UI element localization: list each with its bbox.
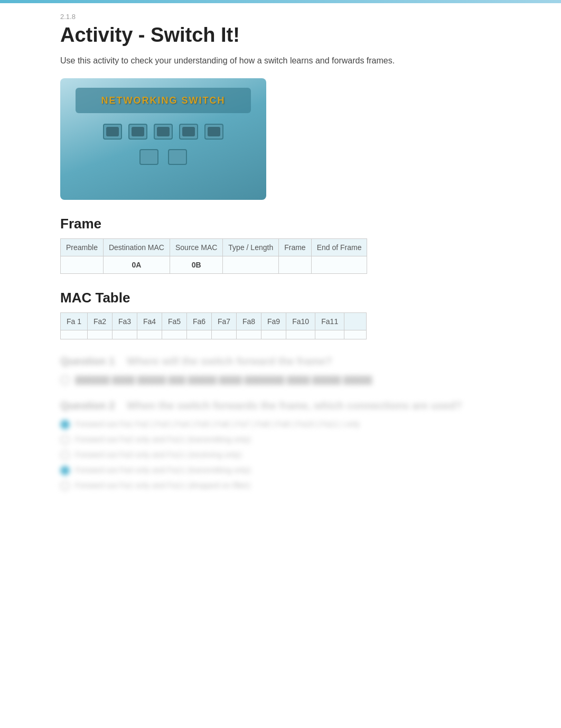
port-3 — [154, 124, 173, 140]
cell-frame — [279, 256, 311, 274]
mac-cell-fa6 — [187, 330, 212, 339]
mac-cell-fa11 — [315, 330, 344, 339]
question2-option-2-text: Forward out Fa2 only and Fa11 (transmitt… — [75, 435, 251, 444]
cell-src-mac: 0B — [170, 256, 222, 274]
question1-text: Where will the switch forward the frame? — [127, 355, 332, 367]
mac-table-heading: MAC Table — [60, 290, 561, 306]
question2-option-3[interactable]: Forward out Fa3 only and Fa11 (receiving… — [60, 450, 472, 460]
mac-table-container: Fa 1 Fa2 Fa3 Fa4 Fa5 Fa6 Fa7 Fa8 Fa9 Fa1… — [60, 312, 367, 339]
question1-label: Question 1 — [60, 355, 115, 367]
mac-cell-fa4 — [137, 330, 162, 339]
frame-section-heading: Frame — [60, 216, 561, 232]
mac-cell-fa8 — [237, 330, 261, 339]
mac-col-fa4: Fa4 — [137, 313, 162, 330]
col-dest-mac: Destination MAC — [103, 239, 170, 256]
question2-option-1-text: Forward out Fa1 Fa2 | Fa3 | Fa4 | Fa5 | … — [75, 419, 360, 428]
question2-option-4-text: Forward out Fa4 only and Fa11 (transmitt… — [75, 465, 251, 474]
mac-col-fa8: Fa8 — [237, 313, 261, 330]
page-title: Activity - Switch It! — [60, 24, 561, 47]
mac-col-fa6: Fa6 — [187, 313, 212, 330]
question2-option-5-text: Forward out Fa1 only and Fa11 (dropped o… — [75, 481, 250, 490]
switch-body: NETWORKING SWITCH — [76, 88, 251, 113]
mac-cell-fa1 — [61, 330, 88, 339]
cell-end-of-frame — [311, 256, 367, 274]
mac-cell-fa3 — [113, 330, 137, 339]
switch-label: NETWORKING SWITCH — [101, 95, 226, 106]
mac-col-extra — [344, 313, 367, 330]
col-frame: Frame — [279, 239, 311, 256]
mac-cell-extra — [344, 330, 367, 339]
radio-q2-1[interactable] — [60, 420, 70, 429]
radio-q2-4[interactable] — [60, 466, 70, 475]
switch-ports-top — [103, 124, 223, 140]
question2-section: Question 2 When the switch forwards the … — [60, 400, 472, 491]
mac-cell-fa10 — [286, 330, 315, 339]
question1-options: ▓▓▓▓▓▓ ▓▓▓▓ ▓▓▓▓▓ ▓▓▓ ▓▓▓▓▓ ▓▓▓▓ ▓▓▓▓▓▓▓… — [60, 375, 472, 385]
frame-table-data-row: 0A 0B — [61, 256, 367, 274]
mac-cell-fa2 — [88, 330, 113, 339]
radio-1[interactable] — [60, 375, 70, 385]
col-src-mac: Source MAC — [170, 239, 222, 256]
question1-option-row: ▓▓▓▓▓▓ ▓▓▓▓ ▓▓▓▓▓ ▓▓▓ ▓▓▓▓▓ ▓▓▓▓ ▓▓▓▓▓▓▓… — [60, 375, 472, 385]
col-preamble: Preamble — [61, 239, 104, 256]
question2-options: Forward out Fa1 Fa2 | Fa3 | Fa4 | Fa5 | … — [60, 419, 472, 491]
section-number: 2.1.8 — [60, 13, 561, 21]
col-end-of-frame: End of Frame — [311, 239, 367, 256]
port-7 — [168, 149, 187, 165]
port-2 — [128, 124, 147, 140]
question2-option-2[interactable]: Forward out Fa2 only and Fa11 (transmitt… — [60, 435, 472, 445]
question2-label: Question 2 — [60, 400, 115, 411]
radio-q2-5[interactable] — [60, 481, 70, 491]
mac-col-fa5: Fa5 — [162, 313, 187, 330]
mac-col-fa3: Fa3 — [113, 313, 137, 330]
switch-illustration: NETWORKING SWITCH — [60, 78, 266, 200]
mac-col-fa7: Fa7 — [212, 313, 237, 330]
mac-table-data-row — [61, 330, 367, 339]
radio-q2-3[interactable] — [60, 450, 70, 460]
radio-q2-2[interactable] — [60, 435, 70, 445]
port-5 — [204, 124, 223, 140]
mac-table-header-row: Fa 1 Fa2 Fa3 Fa4 Fa5 Fa6 Fa7 Fa8 Fa9 Fa1… — [61, 313, 367, 330]
description: Use this activity to check your understa… — [60, 56, 493, 66]
col-type-length: Type / Length — [223, 239, 279, 256]
port-6 — [139, 149, 158, 165]
cell-preamble — [61, 256, 104, 274]
frame-table-container: Preamble Destination MAC Source MAC Type… — [60, 238, 367, 274]
question2-option-5[interactable]: Forward out Fa1 only and Fa11 (dropped o… — [60, 481, 472, 491]
port-1 — [103, 124, 122, 140]
frame-table-header-row: Preamble Destination MAC Source MAC Type… — [61, 239, 367, 256]
mac-table: Fa 1 Fa2 Fa3 Fa4 Fa5 Fa6 Fa7 Fa8 Fa9 Fa1… — [60, 312, 367, 339]
mac-col-fa9: Fa9 — [261, 313, 286, 330]
question2-option-1[interactable]: Forward out Fa1 Fa2 | Fa3 | Fa4 | Fa5 | … — [60, 419, 472, 429]
cell-dest-mac: 0A — [103, 256, 170, 274]
mac-col-fa11: Fa11 — [315, 313, 344, 330]
mac-col-fa10: Fa10 — [286, 313, 315, 330]
question2-option-4[interactable]: Forward out Fa4 only and Fa11 (transmitt… — [60, 465, 472, 475]
mac-cell-fa7 — [212, 330, 237, 339]
top-bar — [0, 0, 561, 3]
question1-section: Question 1 Where will the switch forward… — [60, 355, 472, 385]
mac-cell-fa9 — [261, 330, 286, 339]
mac-cell-fa5 — [162, 330, 187, 339]
switch-ports-bottom — [139, 149, 187, 165]
frame-table: Preamble Destination MAC Source MAC Type… — [60, 238, 367, 274]
cell-type-length — [223, 256, 279, 274]
mac-col-fa1: Fa 1 — [61, 313, 88, 330]
question2-option-3-text: Forward out Fa3 only and Fa11 (receiving… — [75, 450, 241, 459]
port-4 — [179, 124, 198, 140]
question2-text: When the switch forwards the frame, whic… — [127, 400, 462, 411]
mac-col-fa2: Fa2 — [88, 313, 113, 330]
